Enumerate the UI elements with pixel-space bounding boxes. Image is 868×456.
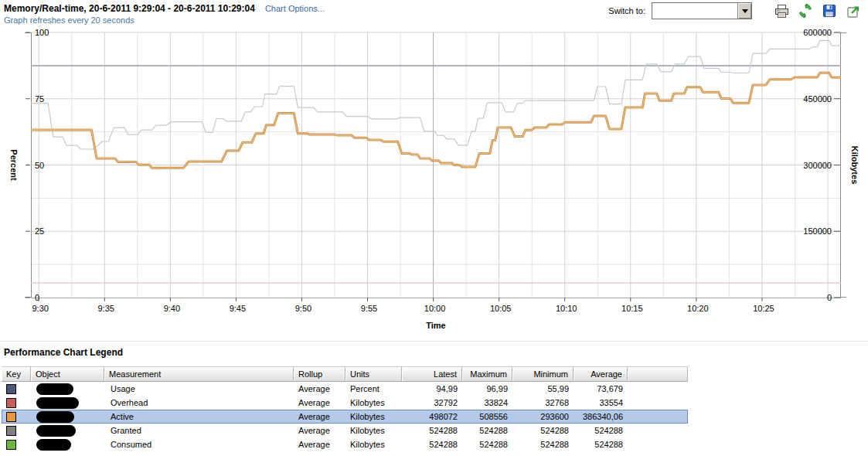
left-tick-label: 50 [35,161,44,170]
page-title: Memory/Real-time, 20-6-2011 9:29:04 - 20… [4,3,255,14]
cell-latest: 94,99 [402,382,462,396]
cell-measurement: Active [104,410,294,424]
cell- [628,424,688,437]
refresh-icon [798,3,813,19]
column-header-minimum[interactable]: Minimum [512,367,574,381]
left-axis-title: Percent [9,149,19,181]
x-tick-label: 9:40 [164,304,180,313]
key-color-swatch [6,426,16,436]
legend-table-header: KeyObjectMeasurementRollupUnitsLatestMax… [2,366,688,382]
cell-rollup: Average [294,410,345,424]
cell-rollup: Average [294,437,345,451]
cell-minimum: 32768 [512,396,574,410]
cell-measurement: Granted [104,424,294,437]
column-header-average[interactable]: Average [574,367,628,381]
column-header-measurement[interactable]: Measurement [104,367,294,381]
divider [0,341,868,342]
x-tick-label: 9:45 [230,304,246,313]
right-tick-label: 300000 [803,161,832,170]
refresh-button[interactable] [797,2,814,19]
performance-chart-view: Memory/Real-time, 20-6-2011 9:29:04 - 20… [0,0,868,456]
column-header-blank[interactable] [628,367,688,381]
cell-minimum: 524288 [512,437,574,451]
right-axis [841,32,847,298]
cell-rollup: Average [294,424,345,437]
object-redacted [36,383,73,395]
series-active-inner [31,73,841,168]
column-header-key[interactable]: Key [2,367,31,381]
chart-options-link[interactable]: Chart Options... [265,4,325,13]
cell-minimum: 293600 [512,410,574,424]
x-tick-label: 10:05 [490,304,512,313]
switch-to-value [652,3,737,19]
key-color-swatch [6,398,16,408]
chart-svg: 100600000754500005030000025150000009:309… [0,23,868,344]
cell-maximum: 33824 [462,396,512,410]
cell- [628,382,688,396]
cell-latest: 498072 [402,410,462,424]
cell-units: Kilobytes [345,424,402,437]
save-icon [822,4,836,18]
column-header-rollup[interactable]: Rollup [294,367,345,381]
x-tick-label: 10:10 [556,304,577,313]
legend-row-consumed[interactable]: ConsumedAverageKilobytes5242885242885242… [2,437,688,451]
cell- [628,437,688,451]
x-tick-label: 9:50 [295,304,311,313]
cell-minimum: 55,99 [512,382,574,396]
key-color-swatch [6,384,16,394]
switch-to-label: Switch to: [608,6,645,15]
object-redacted [36,411,74,423]
cell-measurement: Overhead [104,396,294,410]
combo-dropdown-button[interactable] [737,3,751,19]
object-redacted [36,397,79,409]
x-axis-title: Time [426,321,445,330]
right-tick-label: 600000 [803,28,832,37]
cell-units: Percent [345,382,402,396]
cell-latest: 524288 [402,437,462,451]
cell-average: 33554 [574,396,628,410]
cell-units: Kilobytes [345,410,402,424]
print-button[interactable] [773,2,790,19]
key-color-swatch [6,440,16,450]
x-tick-label: 9:30 [32,304,48,313]
right-tick-label: 0 [827,293,832,302]
popup-chart-button[interactable] [845,2,862,19]
export-icon [846,4,861,19]
key-color-swatch [6,412,16,422]
cell-minimum: 524288 [512,424,574,437]
x-tick-label: 9:55 [361,304,377,313]
legend-row-granted[interactable]: GrantedAverageKilobytes52428852428852428… [2,424,688,437]
performance-chart: 100600000754500005030000025150000009:309… [0,23,868,344]
x-tick-label: 10:25 [753,304,774,313]
cell-units: Kilobytes [345,396,402,410]
cell-average: 524288 [574,437,628,451]
series-active [31,73,841,168]
left-tick-label: 75 [35,94,44,104]
legend-heading: Performance Chart Legend [4,347,123,358]
column-header-maximum[interactable]: Maximum [462,367,512,381]
right-tick-label: 450000 [803,94,832,104]
cell-average: 73,679 [574,382,628,396]
cell-maximum: 508556 [462,410,512,424]
legend-row-usage[interactable]: UsageAveragePercent94,9996,9955,9973,679 [2,382,688,396]
cell-latest: 32792 [402,396,462,410]
cell-maximum: 524288 [462,437,512,451]
cell-units: Kilobytes [345,437,402,451]
column-header-latest[interactable]: Latest [402,367,462,381]
switch-to-select[interactable] [652,2,752,19]
chevron-down-icon [742,9,748,13]
x-tick-label: 10:20 [687,304,709,313]
right-tick-label: 150000 [803,226,832,236]
cell-rollup: Average [294,396,345,410]
save-button[interactable] [821,2,838,19]
cell-average: 386340,06 [574,410,628,424]
cell-maximum: 524288 [462,424,512,437]
legend-table: KeyObjectMeasurementRollupUnitsLatestMax… [2,366,688,451]
cell-measurement: Consumed [104,437,294,451]
legend-row-active[interactable]: ActiveAverageKilobytes498072508556293600… [2,410,688,424]
column-header-units[interactable]: Units [345,367,402,381]
column-header-object[interactable]: Object [31,367,104,381]
cell-maximum: 96,99 [462,382,512,396]
legend-row-overhead[interactable]: OverheadAverageKilobytes3279233824327683… [2,396,688,410]
cell-latest: 524288 [402,424,462,437]
